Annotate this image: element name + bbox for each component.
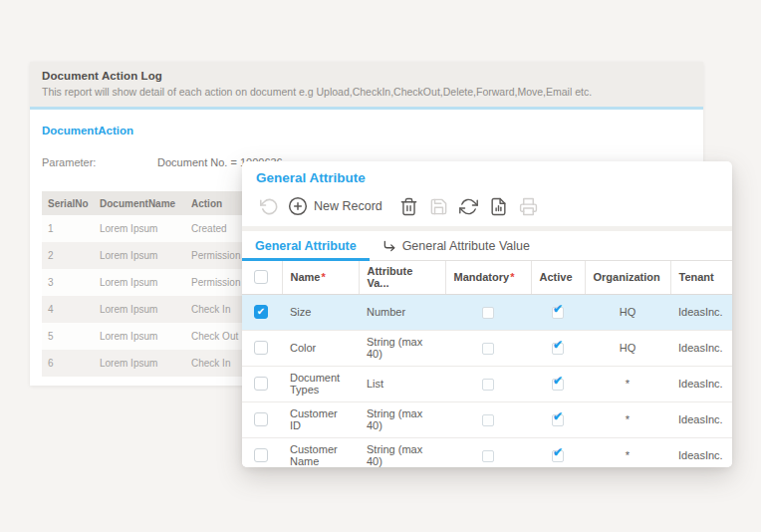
new-record-label: New Record xyxy=(314,199,382,213)
organization-cell: * xyxy=(585,437,670,467)
attribute-name-cell: Customer ID xyxy=(282,401,359,437)
report-cell: 3 xyxy=(42,269,94,296)
active-checkbox[interactable]: ✔ xyxy=(552,379,564,391)
plus-circle-icon xyxy=(288,196,308,216)
active-cell[interactable]: ✔ xyxy=(531,366,585,401)
document-action-link[interactable]: DocumentAction xyxy=(42,125,133,136)
attribute-name-cell: Document Types xyxy=(282,366,359,401)
report-cell: Lorem Ipsum xyxy=(94,242,185,269)
tenant-cell: IdeasInc. xyxy=(670,294,732,330)
attribute-value-type-cell: String (max 40) xyxy=(359,330,445,366)
grid-column-header[interactable]: Attribute Va... xyxy=(359,261,445,294)
mandatory-checkbox[interactable] xyxy=(482,343,494,355)
report-column-header: DocumentName xyxy=(94,191,185,215)
refresh-button[interactable] xyxy=(454,194,484,218)
active-checkbox[interactable]: ✔ xyxy=(552,450,564,462)
report-cell: 6 xyxy=(42,350,94,377)
row-checkbox[interactable] xyxy=(254,448,268,462)
attribute-value-type-cell: String (max 40) xyxy=(359,401,445,437)
row-checkbox[interactable] xyxy=(254,377,268,391)
mandatory-cell[interactable] xyxy=(445,366,531,401)
row-select-cell[interactable] xyxy=(242,366,282,401)
grid-row[interactable]: Customer IDString (max 40)✔*IdeasInc. xyxy=(242,401,732,437)
attribute-value-type-cell: List xyxy=(359,366,445,401)
report-cell: 1 xyxy=(42,215,94,242)
attribute-name-cell: Size xyxy=(282,294,359,330)
report-cell: Lorem Ipsum xyxy=(94,269,185,296)
save-button[interactable] xyxy=(424,194,454,218)
mandatory-cell[interactable] xyxy=(445,437,531,467)
new-record-button[interactable]: New Record xyxy=(288,196,382,216)
tenant-cell: IdeasInc. xyxy=(670,366,732,401)
attribute-name-cell: Customer Name xyxy=(282,437,359,467)
active-cell[interactable]: ✔ xyxy=(531,330,585,366)
mandatory-checkbox[interactable] xyxy=(482,307,494,319)
report-cell: 5 xyxy=(42,323,94,350)
mandatory-checkbox[interactable] xyxy=(482,379,494,391)
general-attribute-panel: General Attribute New Record General Att… xyxy=(242,161,732,467)
tab-general-attribute-value[interactable]: General Attribute Value xyxy=(370,231,543,260)
attribute-value-type-cell: Number xyxy=(359,294,445,330)
file-chart-icon xyxy=(489,197,508,216)
grid-row[interactable]: ✔SizeNumber✔HQIdeasInc. xyxy=(242,294,732,330)
grid-row[interactable]: ColorString (max 40)✔HQIdeasInc. xyxy=(242,330,732,366)
delete-button[interactable] xyxy=(394,194,424,218)
refresh-icon xyxy=(459,197,478,216)
row-select-cell[interactable] xyxy=(242,401,282,437)
grid-row[interactable]: Customer NameString (max 40)✔*IdeasInc. xyxy=(242,437,732,467)
row-checkbox[interactable] xyxy=(254,341,268,355)
report-cell: Lorem Ipsum xyxy=(94,350,185,377)
active-checkbox[interactable]: ✔ xyxy=(552,414,564,426)
grid-column-header[interactable]: Organization xyxy=(585,261,670,294)
tenant-cell: IdeasInc. xyxy=(670,437,732,467)
row-select-cell[interactable] xyxy=(242,330,282,366)
report-column-header: SerialNo xyxy=(42,191,94,215)
row-checkbox[interactable]: ✔ xyxy=(254,305,268,319)
undo-icon xyxy=(260,197,279,216)
mandatory-checkbox[interactable] xyxy=(482,414,494,426)
tenant-cell: IdeasInc. xyxy=(670,330,732,366)
row-select-cell[interactable]: ✔ xyxy=(242,294,282,330)
select-all-checkbox[interactable] xyxy=(254,270,268,284)
mandatory-cell[interactable] xyxy=(445,401,531,437)
print-button[interactable] xyxy=(514,194,544,218)
grid-column-header[interactable]: Active xyxy=(531,261,585,294)
row-checkbox[interactable] xyxy=(254,412,268,426)
report-title: Document Action Log xyxy=(42,70,691,82)
mandatory-cell[interactable] xyxy=(445,294,531,330)
grid-row[interactable]: Document TypesList✔*IdeasInc. xyxy=(242,366,732,401)
parameter-label: Parameter: xyxy=(42,156,154,168)
grid-column-header[interactable]: Name* xyxy=(282,261,359,294)
report-cell: 4 xyxy=(42,296,94,323)
organization-cell: HQ xyxy=(585,330,670,366)
report-cell: Lorem Ipsum xyxy=(94,215,185,242)
active-cell[interactable]: ✔ xyxy=(531,294,585,330)
panel-title: General Attribute xyxy=(242,161,732,188)
general-attribute-table: Name*Attribute Va...Mandatory*ActiveOrga… xyxy=(242,261,732,467)
tenant-cell: IdeasInc. xyxy=(670,401,732,437)
tab-general-attribute[interactable]: General Attribute xyxy=(242,231,370,260)
grid-column-header[interactable]: Tenant xyxy=(670,261,732,294)
report-description: This report will show detail of each act… xyxy=(42,86,691,98)
mandatory-cell[interactable] xyxy=(445,330,531,366)
attribute-name-cell: Color xyxy=(282,330,359,366)
active-cell[interactable]: ✔ xyxy=(531,437,585,467)
export-report-button[interactable] xyxy=(484,194,514,218)
report-cell: Lorem Ipsum xyxy=(94,323,185,350)
report-cell: Lorem Ipsum xyxy=(94,296,185,323)
toolbar: New Record xyxy=(242,188,732,226)
active-checkbox[interactable]: ✔ xyxy=(552,343,564,355)
tab-bar: General Attribute General Attribute Valu… xyxy=(242,231,732,261)
trash-icon xyxy=(399,197,418,216)
corner-arrow-icon xyxy=(382,239,396,253)
tab-label: General Attribute Value xyxy=(402,239,530,253)
mandatory-checkbox[interactable] xyxy=(482,450,494,462)
grid-column-header[interactable]: Mandatory* xyxy=(445,261,531,294)
active-cell[interactable]: ✔ xyxy=(531,401,585,437)
active-checkbox[interactable]: ✔ xyxy=(552,307,564,319)
organization-cell: * xyxy=(585,401,670,437)
organization-cell: HQ xyxy=(585,294,670,330)
tab-label: General Attribute xyxy=(255,239,357,253)
row-select-cell[interactable] xyxy=(242,437,282,467)
undo-button[interactable] xyxy=(254,194,284,218)
